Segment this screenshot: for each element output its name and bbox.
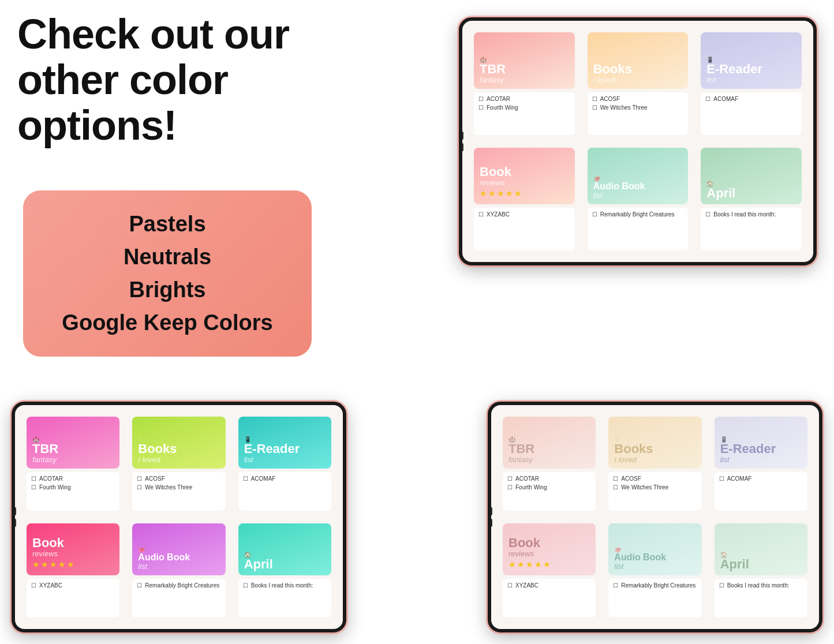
- reviews-subtitle: reviews: [480, 178, 569, 187]
- card-header-books-bright: ♡ Books I loved: [132, 417, 225, 469]
- ereader-subtitle: list: [706, 76, 796, 84]
- books-bright-item-2: We Witches Three: [137, 484, 220, 491]
- tbr-bright-title: TBR: [32, 443, 114, 455]
- side-dot-bl-1: [14, 507, 16, 515]
- star-b1: ★: [32, 560, 40, 569]
- ereader-bright-content: ACOMAF: [238, 472, 331, 511]
- star-3: ★: [497, 189, 504, 198]
- card-header-april-pastel: 🏠 April: [701, 148, 802, 204]
- tablet-screen-bottom-right: 🏰 TBR fantasy ACOTAR Fourth Wing ♡ Books…: [491, 405, 819, 629]
- books-bright-title: Books: [138, 443, 219, 455]
- audiobook-content: Remarkably Bright Creatures: [588, 208, 689, 250]
- audiobook-neutral-item-1: Remarkably Bright Creatures: [613, 582, 697, 589]
- card-header-april-neutral: 🏠 April: [715, 523, 807, 575]
- tablet-bottom-left: 🏰 TBR fantasy ACOTAR Fourth Wing ♡ Books…: [12, 402, 346, 632]
- card-april-neutral: 🏠 April Books I read this month:: [710, 519, 812, 622]
- card-header-reviews-bright: Book reviews ★ ★ ★ ★ ★: [27, 523, 119, 575]
- audiobook-neutral-content: Remarkably Bright Creatures: [608, 579, 701, 617]
- card-tbr-bright: 🏰 TBR fantasy ACOTAR Fourth Wing: [22, 412, 124, 515]
- tbr-neutral-subtitle: fantasy: [508, 455, 590, 464]
- star-b5: ★: [67, 560, 74, 569]
- side-dot-bl-2: [14, 519, 16, 527]
- star-row: ★ ★ ★ ★ ★: [480, 189, 569, 198]
- audiobook-item-1: Remarkably Bright Creatures: [592, 211, 684, 218]
- heading-area: Check out our other color options!: [17, 12, 341, 149]
- audiobook-title: Audio Book: [593, 182, 683, 191]
- star-b4: ★: [58, 560, 66, 569]
- tbr-neutral-item-1: ACOTAR: [507, 475, 591, 482]
- card-header-audiobook-pastel: 🐙 Audio Book list: [588, 148, 689, 204]
- books-neutral-subtitle: I loved: [614, 455, 695, 464]
- star-5: ★: [514, 189, 522, 198]
- reviews-neutral-content: XYZABC: [503, 579, 596, 617]
- april-bright-title: April: [244, 558, 326, 571]
- side-dot-2: [461, 143, 463, 151]
- tbr-neutral-title: TBR: [508, 443, 590, 455]
- tbr-neutral-content: ACOTAR Fourth Wing: [503, 472, 596, 511]
- reviews-neutral-title: Book: [508, 537, 590, 549]
- books-neutral-item-2: We Witches Three: [613, 484, 697, 491]
- tablet-screen-bottom-left: 🏰 TBR fantasy ACOTAR Fourth Wing ♡ Books…: [15, 405, 343, 629]
- audiobook-bright-item-1: Remarkably Bright Creatures: [137, 582, 220, 589]
- side-dot-1: [461, 132, 463, 140]
- card-header-reviews-pastel: Book reviews ★ ★ ★ ★ ★: [474, 148, 575, 204]
- audiobook-subtitle: list: [593, 191, 683, 200]
- reviews-bright-item-1: XYZABC: [31, 582, 115, 589]
- color-option-pastels: Pastels: [46, 208, 289, 241]
- card-header-reviews-neutral: Book reviews ★ ★ ★ ★ ★: [503, 523, 596, 575]
- tbr-bright-item-1: ACOTAR: [31, 475, 115, 482]
- card-books-neutral: ♡ Books I loved ACOSF We Witches Three: [604, 412, 706, 515]
- ereader-neutral-title: E-Reader: [720, 443, 802, 455]
- books-title: Books: [593, 63, 683, 76]
- ereader-title: E-Reader: [706, 63, 796, 76]
- card-header-ereader-bright: 📱 E-Reader list: [238, 417, 331, 469]
- color-options-box: Pastels Neutrals Brights Google Keep Col…: [23, 190, 312, 357]
- april-bright-content: Books I read this month:: [238, 579, 331, 617]
- tbr-item-1: ACOTAR: [478, 96, 570, 103]
- star-n3: ★: [526, 560, 533, 569]
- star-2: ★: [488, 189, 496, 198]
- audiobook-bright-subtitle: list: [138, 562, 219, 571]
- card-reviews-neutral: Book reviews ★ ★ ★ ★ ★ XYZABC: [498, 519, 600, 622]
- books-item-1: ACOSF: [592, 96, 684, 103]
- side-dot-br-1: [490, 507, 492, 515]
- card-ereader-bright: 📱 E-Reader list ACOMAF: [234, 412, 336, 515]
- star-n1: ★: [508, 560, 516, 569]
- tablet-side-dots: [461, 132, 463, 151]
- star-1: ★: [480, 189, 487, 198]
- card-header-ereader-pastel: 📱 E-Reader list: [701, 32, 802, 89]
- audiobook-bright-content: Remarkably Bright Creatures: [132, 579, 225, 617]
- books-neutral-title: Books: [614, 443, 695, 455]
- star-row-neutral: ★ ★ ★ ★ ★: [508, 560, 590, 569]
- card-audiobook-bright: 🐙 Audio Book list Remarkably Bright Crea…: [128, 519, 230, 622]
- card-books-bright: ♡ Books I loved ACOSF We Witches Three: [128, 412, 230, 515]
- card-header-audiobook-bright: 🐙 Audio Book list: [132, 523, 225, 575]
- reviews-neutral-item-1: XYZABC: [507, 582, 591, 589]
- heading-line2: other color: [17, 57, 228, 103]
- books-neutral-item-1: ACOSF: [613, 475, 697, 482]
- tbr-item-2: Fourth Wing: [478, 104, 570, 111]
- april-item-1: Books I read this month:: [705, 211, 797, 218]
- reviews-neutral-subtitle: reviews: [508, 549, 590, 558]
- card-ereader-pastel: 📱 E-Reader list ACOMAF: [696, 28, 806, 140]
- card-books-pastel: ♡ Books I loved ACOSF We Witches Three: [583, 28, 693, 140]
- tbr-bright-item-2: Fourth Wing: [31, 484, 115, 491]
- card-ereader-neutral: 📱 E-Reader list ACOMAF: [710, 412, 812, 515]
- card-header-audiobook-neutral: 🐙 Audio Book list: [608, 523, 701, 575]
- ereader-bright-item-1: ACOMAF: [243, 475, 327, 482]
- books-bright-item-1: ACOSF: [137, 475, 220, 482]
- star-4: ★: [506, 189, 513, 198]
- card-audiobook-neutral: 🐙 Audio Book list Remarkably Bright Crea…: [604, 519, 706, 622]
- tablet-side-dots-bl: [14, 507, 16, 527]
- tbr-bright-subtitle: fantasy: [32, 455, 114, 464]
- ereader-neutral-item-1: ACOMAF: [719, 475, 803, 482]
- tablet-bottom-right: 🏰 TBR fantasy ACOTAR Fourth Wing ♡ Books…: [488, 402, 822, 632]
- card-april-pastel: 🏠 April Books I read this month:: [696, 143, 806, 255]
- april-bright-item-1: Books I read this month:: [243, 582, 327, 589]
- star-n4: ★: [534, 560, 542, 569]
- card-header-tbr-bright: 🏰 TBR fantasy: [27, 417, 119, 469]
- ereader-content: ACOMAF: [701, 92, 802, 135]
- card-header-books-neutral: ♡ Books I loved: [608, 417, 701, 469]
- reviews-bright-title: Book: [32, 537, 114, 549]
- reviews-title: Book: [480, 166, 569, 178]
